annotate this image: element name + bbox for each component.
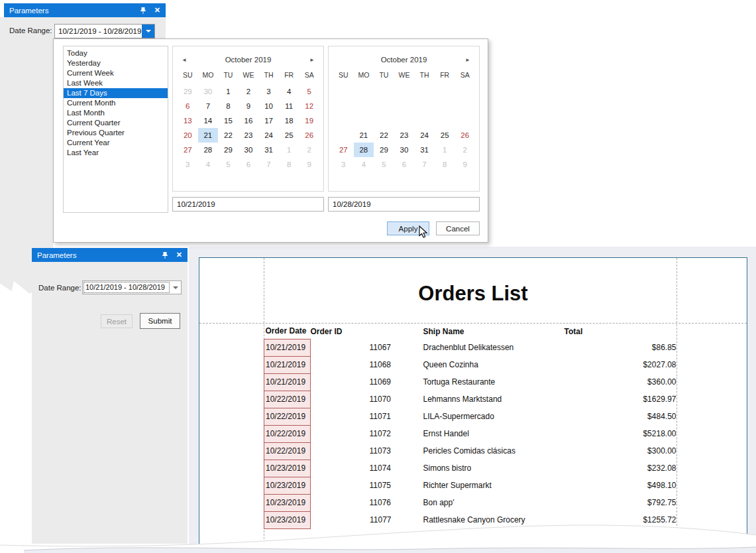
date-range-combobox-input[interactable]	[55, 25, 142, 38]
calendar-day[interactable]: 7	[198, 99, 219, 113]
calendar-day[interactable]: 3	[178, 157, 198, 172]
calendar-day[interactable]: 26	[455, 128, 475, 143]
calendar-day[interactable]: 21	[198, 128, 219, 143]
calendar-day-empty	[333, 128, 354, 143]
preset-item[interactable]: Today	[64, 48, 168, 58]
calendar-day[interactable]: 4	[354, 157, 374, 172]
parameters-panel-titlebar: Parameters ✕	[4, 3, 166, 17]
calendar-day[interactable]: 8	[435, 157, 455, 172]
calendar-day[interactable]: 14	[198, 113, 219, 128]
dropdown-button[interactable]	[142, 25, 154, 38]
calendar-day[interactable]: 20	[178, 128, 198, 143]
calendar-day[interactable]: 27	[333, 143, 354, 157]
date-range-combobox-value[interactable]: 10/21/2019 - 10/28/2019	[83, 282, 170, 293]
calendar-day[interactable]: 6	[394, 157, 415, 172]
calendar-day[interactable]: 6	[239, 157, 259, 172]
calendar-day[interactable]: 28	[354, 143, 374, 157]
calendar-day[interactable]: 16	[239, 113, 259, 128]
calendar-day[interactable]: 30	[239, 143, 259, 157]
calendar-day-empty	[374, 99, 394, 113]
calendar-day[interactable]: 24	[258, 128, 279, 143]
calendar-day[interactable]: 3	[333, 157, 354, 172]
preset-item[interactable]: Last Year	[64, 148, 168, 158]
calendar-prev-icon[interactable]: ◄	[181, 57, 188, 63]
calendar-day[interactable]: 24	[414, 128, 435, 143]
calendar-day[interactable]: 2	[455, 143, 475, 157]
calendar-day[interactable]: 15	[218, 113, 239, 128]
calendar-day[interactable]: 4	[279, 84, 299, 99]
calendar-day[interactable]: 1	[435, 143, 455, 157]
calendar-day[interactable]: 12	[299, 99, 319, 113]
calendar-day[interactable]: 29	[374, 143, 394, 157]
preset-item[interactable]: Last Week	[64, 78, 168, 88]
start-date-input[interactable]	[172, 197, 324, 212]
calendar-day[interactable]: 9	[239, 99, 259, 113]
calendar-day[interactable]: 30	[394, 143, 415, 157]
calendar-day[interactable]: 4	[198, 157, 219, 172]
calendar-day[interactable]: 13	[178, 113, 198, 128]
col-header-ship-name: Ship Name	[397, 324, 565, 339]
preset-item[interactable]: Last Month	[64, 108, 168, 118]
calendar-day[interactable]: 9	[455, 157, 475, 172]
calendar-day[interactable]: 26	[299, 128, 319, 143]
calendar-day[interactable]: 27	[178, 143, 198, 157]
preset-item[interactable]: Last 7 Days	[64, 88, 168, 98]
calendar-day[interactable]: 5	[374, 157, 394, 172]
calendar-day[interactable]: 6	[178, 99, 198, 113]
calendar-day[interactable]: 25	[435, 128, 455, 143]
cancel-button[interactable]: Cancel	[436, 221, 480, 235]
pin-icon[interactable]	[162, 251, 168, 259]
preset-item[interactable]: Yesterday	[64, 58, 168, 68]
calendar-day[interactable]: 29	[178, 84, 198, 99]
calendar-day-empty	[455, 113, 475, 128]
preset-item[interactable]: Current Quarter	[64, 118, 168, 128]
pin-icon[interactable]	[140, 7, 146, 15]
calendar-day[interactable]: 23	[394, 128, 415, 143]
calendar-day[interactable]: 19	[299, 113, 319, 128]
calendar-day[interactable]: 17	[258, 113, 279, 128]
calendar-day[interactable]: 8	[279, 157, 299, 172]
calendar-day[interactable]: 2	[299, 143, 319, 157]
weekday-label: SU	[178, 71, 198, 79]
submit-button[interactable]: Submit	[140, 313, 180, 329]
calendar-day[interactable]: 7	[414, 157, 435, 172]
end-date-input[interactable]	[328, 197, 480, 212]
calendar-day[interactable]: 1	[279, 143, 299, 157]
calendar-day[interactable]: 5	[299, 84, 319, 99]
calendar-day[interactable]: 1	[218, 84, 239, 99]
preset-item[interactable]: Current Year	[64, 138, 168, 148]
orders-table: Order Date Order ID Ship Name Total 10/2…	[264, 324, 678, 529]
preset-item[interactable]: Previous Quarter	[64, 128, 168, 138]
calendar-day[interactable]: 25	[279, 128, 299, 143]
calendar-day[interactable]: 7	[258, 157, 279, 172]
reset-button[interactable]: Reset	[101, 314, 133, 328]
calendar-day[interactable]: 31	[258, 143, 279, 157]
calendar-day[interactable]: 22	[218, 128, 239, 143]
calendar-day[interactable]: 31	[414, 143, 435, 157]
calendar-day[interactable]: 8	[218, 99, 239, 113]
calendar-day[interactable]: 3	[258, 84, 279, 99]
date-range-combobox[interactable]	[54, 24, 155, 38]
calendar-day[interactable]: 2	[239, 84, 259, 99]
calendar-day[interactable]: 30	[198, 84, 219, 99]
calendar-next-icon[interactable]: ►	[464, 57, 471, 63]
close-icon[interactable]: ✕	[154, 7, 160, 14]
calendar-day[interactable]: 18	[279, 113, 299, 128]
calendar-day[interactable]: 5	[218, 157, 239, 172]
date-range-combobox[interactable]: 10/21/2019 - 10/28/2019	[82, 280, 182, 294]
calendar-day[interactable]: 10	[258, 99, 279, 113]
preset-item[interactable]: Current Month	[64, 98, 168, 108]
calendar-next-icon[interactable]: ►	[309, 57, 315, 63]
calendar-day[interactable]: 22	[374, 128, 394, 143]
report-page: Orders List Order Date Order ID Ship Nam…	[199, 257, 747, 553]
calendar-day[interactable]: 28	[198, 143, 219, 157]
calendar-day[interactable]: 21	[354, 128, 374, 143]
dropdown-button[interactable]	[170, 281, 181, 294]
calendar-day[interactable]: 23	[239, 128, 259, 143]
table-header-row: Order Date Order ID Ship Name Total	[264, 324, 678, 339]
calendar-day[interactable]: 11	[279, 99, 299, 113]
close-icon[interactable]: ✕	[176, 251, 182, 259]
calendar-day[interactable]: 9	[299, 157, 319, 172]
preset-item[interactable]: Current Week	[64, 68, 168, 78]
calendar-day[interactable]: 29	[218, 143, 239, 157]
